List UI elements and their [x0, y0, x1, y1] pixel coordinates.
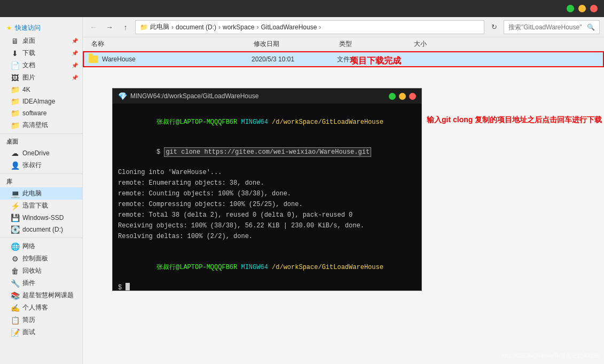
- sidebar-item-ideaimage[interactable]: 📁 IDEAImage: [0, 96, 82, 107]
- terminal-annotation: 输入git clong 复制的项目地址之后点击回车进行下载: [427, 115, 602, 125]
- sidebar-item-wallpaper[interactable]: 📁 高清壁纸: [0, 119, 82, 131]
- up-button[interactable]: ↑: [119, 21, 132, 34]
- titlebar-yellow-btn[interactable]: [578, 5, 586, 12]
- path-workspace[interactable]: workSpace: [223, 23, 254, 31]
- search-box[interactable]: 🔍: [504, 20, 600, 34]
- sidebar-item-pictures[interactable]: 🖼 图片 📌: [0, 72, 82, 84]
- sidebar-thunder-label: 迅雷下载: [22, 201, 48, 210]
- sidebar-item-course[interactable]: 📚 超星智慧树网课题: [0, 289, 82, 302]
- file-list: WareHouse 2020/5/3 10:01 文件夹: [83, 51, 604, 67]
- titlebar-red-btn[interactable]: [590, 5, 598, 12]
- col-type-header[interactable]: 类型: [339, 39, 414, 49]
- thunder-icon: ⚡: [11, 202, 19, 210]
- term-line-4: remote: Compressing objects: 100% (25/25…: [118, 200, 416, 209]
- resume-icon: 📋: [11, 316, 19, 325]
- sidebar-item-blog[interactable]: ✍ 个人博客: [0, 302, 82, 314]
- course-icon: 📚: [11, 291, 19, 300]
- sidebar-item-pc[interactable]: 💻 此电脑: [0, 187, 82, 200]
- sidebar-downloads-label: 下载: [22, 49, 35, 58]
- terminal-window: 💎 MINGW64:/d/workSpace/GitLoadWareHouse …: [112, 88, 422, 291]
- file-name: WareHouse: [102, 56, 252, 63]
- col-name-header[interactable]: 名称: [83, 39, 254, 49]
- docs-icon: 📄: [11, 61, 19, 70]
- sidebar-item-plugin[interactable]: 🔧 插件: [0, 277, 82, 289]
- quick-access-label: 快速访问: [15, 23, 41, 33]
- sidebar-document-d-label: document (D:): [22, 226, 63, 233]
- content-area: ← → ↑ 📁 此电脑 › document (D:) › workSpace …: [83, 17, 604, 364]
- path-repo[interactable]: GitLoadWareHouse: [261, 23, 317, 31]
- sidebar-item-control-panel[interactable]: ⚙ 控制面板: [0, 252, 82, 265]
- folder-icon-idea: 📁: [11, 97, 19, 106]
- sidebar-blog-label: 个人博客: [22, 303, 48, 312]
- sidebar-item-user[interactable]: 👤 张叔行: [0, 159, 82, 171]
- sidebar-docs-label: 文档: [22, 61, 35, 70]
- term-line-cursor: $: [118, 283, 416, 290]
- sidebar-library-label: 库: [0, 176, 82, 187]
- sidebar: ★ 快速访问 🖥 桌面 📌 ⬇ 下载 📌 📄 文档 📌 🖼 图片 📌 📁 4K: [0, 17, 83, 364]
- sidebar-item-downloads[interactable]: ⬇ 下载 📌: [0, 47, 82, 59]
- pictures-icon: 🖼: [11, 74, 19, 82]
- sidebar-4k-label: 4K: [22, 86, 30, 93]
- sidebar-onedrive-label: OneDrive: [22, 149, 50, 157]
- sidebar-desktop-label: 桌面: [22, 36, 35, 45]
- sidebar-ideaimage-label: IDEAImage: [22, 98, 55, 105]
- search-icon: 🔍: [587, 23, 595, 31]
- terminal-title-text: MINGW64:/d/workSpace/GitLoadWareHouse: [130, 92, 258, 100]
- col-size-header[interactable]: 大小: [414, 39, 467, 49]
- sidebar-network-label: 网络: [22, 242, 35, 251]
- plugin-icon: 🔧: [11, 279, 19, 288]
- sidebar-item-network[interactable]: 🌐 网络: [0, 240, 82, 252]
- sidebar-control-label: 控制面板: [22, 254, 48, 263]
- col-date-header[interactable]: 修改日期: [254, 39, 339, 49]
- sidebar-item-recycle-bin[interactable]: 🗑 回收站: [0, 265, 82, 277]
- titlebar-green-btn[interactable]: [567, 5, 574, 12]
- sidebar-item-thunder[interactable]: ⚡ 迅雷下载: [0, 200, 82, 212]
- git-clone-cmd: git clone https://gitee.com/wei-weixiao/…: [164, 147, 371, 157]
- star-icon: ★: [6, 25, 12, 31]
- terminal-body: 张叔行@LAPTOP-MQQQFB6R MINGW64 /d/workSpace…: [113, 104, 421, 290]
- file-date: 2020/5/3 10:01: [252, 56, 337, 63]
- sidebar-item-windows-ssd[interactable]: 💾 Windows-SSD: [0, 212, 82, 224]
- sidebar-divider-2: [0, 173, 82, 174]
- term-line-3: remote: Counting objects: 100% (38/38), …: [118, 189, 416, 199]
- blog-icon: ✍: [11, 304, 19, 312]
- folder-icon: [88, 54, 99, 65]
- path-pc[interactable]: 此电脑: [150, 22, 169, 31]
- terminal-yellow-btn[interactable]: [399, 93, 406, 100]
- pin-icon: 📌: [72, 38, 78, 44]
- pin-icon4: 📌: [72, 75, 78, 81]
- sidebar-ssd-label: Windows-SSD: [22, 214, 64, 221]
- sidebar-item-4k[interactable]: 📁 4K: [0, 84, 82, 96]
- disk-d-icon: 💽: [11, 225, 19, 234]
- back-button[interactable]: ←: [87, 21, 100, 34]
- sidebar-divider-3: [0, 238, 82, 238]
- table-row[interactable]: WareHouse 2020/5/3 10:01 文件夹: [83, 51, 604, 67]
- path-drive[interactable]: document (D:): [176, 23, 216, 31]
- sidebar-software-label: software: [22, 109, 46, 117]
- terminal-green-btn[interactable]: [389, 93, 396, 100]
- sidebar-item-software[interactable]: 📁 software: [0, 107, 82, 119]
- pin-icon2: 📌: [72, 50, 78, 56]
- terminal-red-btn[interactable]: [409, 93, 416, 100]
- folder-icon-path: 📁: [140, 23, 148, 31]
- sidebar-wallpaper-label: 高清壁纸: [22, 121, 48, 130]
- search-input[interactable]: [508, 23, 585, 31]
- sidebar-course-label: 超星智慧树网课题: [22, 291, 74, 300]
- sidebar-item-docs[interactable]: 📄 文档 📌: [0, 59, 82, 72]
- column-header: 名称 修改日期 类型 大小: [83, 37, 604, 51]
- terminal-title: 💎 MINGW64:/d/workSpace/GitLoadWareHouse: [118, 92, 386, 100]
- term-line-2: remote: Enumerating objects: 38, done.: [118, 178, 416, 188]
- sidebar-item-desktop[interactable]: 🖥 桌面 📌: [0, 35, 82, 47]
- user-icon: 👤: [11, 161, 19, 170]
- forward-button[interactable]: →: [103, 21, 116, 34]
- sidebar-item-resume[interactable]: 📋 简历: [0, 314, 82, 326]
- refresh-button[interactable]: ↻: [488, 21, 500, 34]
- network-icon: 🌐: [11, 242, 19, 251]
- sidebar-item-onedrive[interactable]: ☁ OneDrive: [0, 147, 82, 159]
- quick-access-section[interactable]: ★ 快速访问: [0, 21, 82, 35]
- sidebar-interview-label: 面试: [22, 328, 35, 337]
- sidebar-item-document-d[interactable]: 💽 document (D:): [0, 224, 82, 235]
- address-path[interactable]: 📁 此电脑 › document (D:) › workSpace › GitL…: [135, 20, 484, 34]
- folder-icon-software: 📁: [11, 109, 19, 117]
- sidebar-item-interview[interactable]: 📝 面试: [0, 326, 82, 338]
